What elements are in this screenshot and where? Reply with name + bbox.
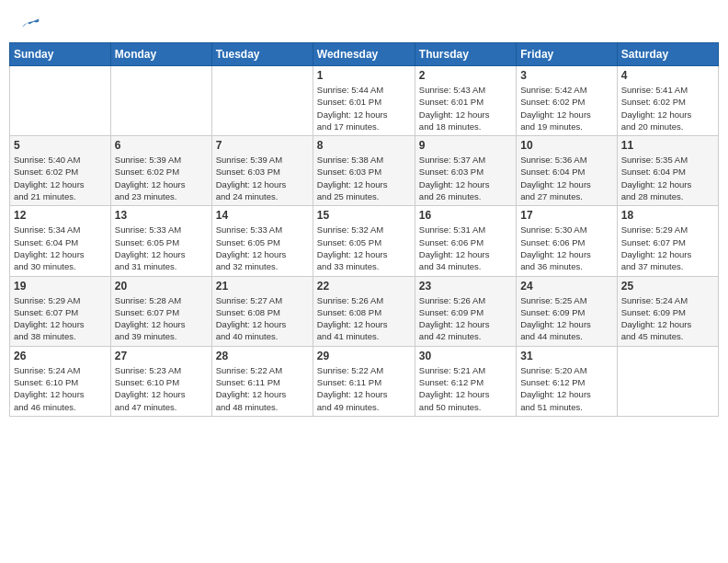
- day-info: Sunrise: 5:32 AM Sunset: 6:05 PM Dayligh…: [317, 224, 411, 272]
- day-number: 11: [621, 139, 714, 152]
- day-number: 19: [14, 280, 107, 293]
- day-info: Sunrise: 5:29 AM Sunset: 6:07 PM Dayligh…: [621, 224, 714, 272]
- calendar-cell: 3Sunrise: 5:42 AM Sunset: 6:02 PM Daylig…: [517, 66, 617, 136]
- calendar-cell: 4Sunrise: 5:41 AM Sunset: 6:02 PM Daylig…: [617, 66, 718, 136]
- calendar-cell: [211, 66, 313, 136]
- day-number: 10: [520, 139, 612, 152]
- day-info: Sunrise: 5:20 AM Sunset: 6:12 PM Dayligh…: [520, 364, 612, 413]
- calendar-cell: 8Sunrise: 5:38 AM Sunset: 6:03 PM Daylig…: [313, 136, 415, 206]
- calendar-cell: 1Sunrise: 5:44 AM Sunset: 6:01 PM Daylig…: [313, 66, 415, 136]
- weekday-header-monday: Monday: [110, 43, 211, 66]
- day-number: 20: [115, 280, 208, 293]
- day-info: Sunrise: 5:35 AM Sunset: 6:04 PM Dayligh…: [621, 154, 714, 202]
- weekday-header-friday: Friday: [517, 43, 617, 66]
- day-number: 24: [520, 280, 612, 293]
- calendar-cell: 27Sunrise: 5:23 AM Sunset: 6:10 PM Dayli…: [110, 346, 211, 416]
- calendar-cell: 10Sunrise: 5:36 AM Sunset: 6:04 PM Dayli…: [517, 136, 617, 206]
- calendar-cell: 23Sunrise: 5:26 AM Sunset: 6:09 PM Dayli…: [415, 276, 516, 346]
- day-number: 15: [317, 209, 411, 222]
- day-number: 31: [520, 350, 612, 362]
- day-info: Sunrise: 5:24 AM Sunset: 6:10 PM Dayligh…: [14, 364, 107, 413]
- calendar-cell: 2Sunrise: 5:43 AM Sunset: 6:01 PM Daylig…: [415, 66, 516, 136]
- day-number: 25: [621, 280, 714, 293]
- day-info: Sunrise: 5:43 AM Sunset: 6:01 PM Dayligh…: [419, 84, 512, 132]
- day-number: 1: [317, 69, 411, 82]
- weekday-header-wednesday: Wednesday: [313, 43, 415, 66]
- calendar-cell: 21Sunrise: 5:27 AM Sunset: 6:08 PM Dayli…: [211, 276, 313, 346]
- weekday-header-saturday: Saturday: [617, 43, 718, 66]
- day-number: 18: [621, 209, 714, 222]
- day-number: 7: [216, 139, 309, 152]
- day-info: Sunrise: 5:31 AM Sunset: 6:06 PM Dayligh…: [419, 224, 512, 272]
- day-number: 27: [115, 350, 208, 362]
- day-number: 4: [621, 69, 714, 82]
- calendar-week-1: 1Sunrise: 5:44 AM Sunset: 6:01 PM Daylig…: [10, 66, 719, 136]
- calendar-cell: 24Sunrise: 5:25 AM Sunset: 6:09 PM Dayli…: [517, 276, 617, 346]
- day-number: 17: [520, 209, 612, 222]
- day-info: Sunrise: 5:34 AM Sunset: 6:04 PM Dayligh…: [14, 224, 107, 272]
- calendar-cell: 11Sunrise: 5:35 AM Sunset: 6:04 PM Dayli…: [617, 136, 718, 206]
- day-number: 14: [216, 209, 309, 222]
- day-info: Sunrise: 5:39 AM Sunset: 6:02 PM Dayligh…: [115, 154, 208, 202]
- day-info: Sunrise: 5:23 AM Sunset: 6:10 PM Dayligh…: [115, 364, 208, 413]
- calendar-cell: 13Sunrise: 5:33 AM Sunset: 6:05 PM Dayli…: [110, 206, 211, 276]
- day-number: 16: [419, 209, 512, 222]
- calendar-header-row: SundayMondayTuesdayWednesdayThursdayFrid…: [10, 43, 719, 66]
- calendar-cell: 16Sunrise: 5:31 AM Sunset: 6:06 PM Dayli…: [415, 206, 516, 276]
- day-number: 6: [115, 139, 208, 152]
- logo-bird-icon: [20, 17, 40, 35]
- day-info: Sunrise: 5:38 AM Sunset: 6:03 PM Dayligh…: [317, 154, 411, 202]
- day-info: Sunrise: 5:39 AM Sunset: 6:03 PM Dayligh…: [216, 154, 309, 202]
- calendar-cell: 7Sunrise: 5:39 AM Sunset: 6:03 PM Daylig…: [211, 136, 313, 206]
- day-info: Sunrise: 5:22 AM Sunset: 6:11 PM Dayligh…: [216, 364, 309, 413]
- weekday-header-thursday: Thursday: [415, 43, 516, 66]
- calendar-cell: 6Sunrise: 5:39 AM Sunset: 6:02 PM Daylig…: [110, 136, 211, 206]
- calendar-cell: 26Sunrise: 5:24 AM Sunset: 6:10 PM Dayli…: [10, 346, 111, 416]
- day-number: 5: [14, 139, 107, 152]
- calendar-cell: 30Sunrise: 5:21 AM Sunset: 6:12 PM Dayli…: [415, 346, 516, 416]
- calendar-table: SundayMondayTuesdayWednesdayThursdayFrid…: [9, 42, 719, 417]
- day-info: Sunrise: 5:26 AM Sunset: 6:08 PM Dayligh…: [317, 294, 411, 343]
- calendar-week-3: 12Sunrise: 5:34 AM Sunset: 6:04 PM Dayli…: [10, 206, 719, 276]
- day-info: Sunrise: 5:40 AM Sunset: 6:02 PM Dayligh…: [14, 154, 107, 202]
- day-info: Sunrise: 5:24 AM Sunset: 6:09 PM Dayligh…: [621, 294, 714, 343]
- day-number: 28: [216, 350, 309, 362]
- day-info: Sunrise: 5:30 AM Sunset: 6:06 PM Dayligh…: [520, 224, 612, 272]
- calendar-cell: 28Sunrise: 5:22 AM Sunset: 6:11 PM Dayli…: [211, 346, 313, 416]
- day-info: Sunrise: 5:29 AM Sunset: 6:07 PM Dayligh…: [14, 294, 107, 343]
- weekday-header-tuesday: Tuesday: [211, 43, 313, 66]
- day-info: Sunrise: 5:25 AM Sunset: 6:09 PM Dayligh…: [520, 294, 612, 343]
- day-number: 23: [419, 280, 512, 293]
- day-info: Sunrise: 5:33 AM Sunset: 6:05 PM Dayligh…: [216, 224, 309, 272]
- day-info: Sunrise: 5:37 AM Sunset: 6:03 PM Dayligh…: [419, 154, 512, 202]
- calendar-cell: 12Sunrise: 5:34 AM Sunset: 6:04 PM Dayli…: [10, 206, 111, 276]
- day-info: Sunrise: 5:21 AM Sunset: 6:12 PM Dayligh…: [419, 364, 512, 413]
- day-number: 26: [14, 350, 107, 362]
- calendar-cell: 14Sunrise: 5:33 AM Sunset: 6:05 PM Dayli…: [211, 206, 313, 276]
- day-info: Sunrise: 5:44 AM Sunset: 6:01 PM Dayligh…: [317, 84, 411, 132]
- logo: [18, 17, 40, 35]
- day-info: Sunrise: 5:22 AM Sunset: 6:11 PM Dayligh…: [317, 364, 411, 413]
- calendar-cell: 17Sunrise: 5:30 AM Sunset: 6:06 PM Dayli…: [517, 206, 617, 276]
- day-number: 8: [317, 139, 411, 152]
- weekday-header-sunday: Sunday: [10, 43, 111, 66]
- calendar-week-5: 26Sunrise: 5:24 AM Sunset: 6:10 PM Dayli…: [10, 346, 719, 416]
- calendar-cell: [617, 346, 718, 416]
- day-info: Sunrise: 5:33 AM Sunset: 6:05 PM Dayligh…: [115, 224, 208, 272]
- page-header: [9, 9, 719, 39]
- calendar-cell: 20Sunrise: 5:28 AM Sunset: 6:07 PM Dayli…: [110, 276, 211, 346]
- day-number: 3: [520, 69, 612, 82]
- calendar-cell: 9Sunrise: 5:37 AM Sunset: 6:03 PM Daylig…: [415, 136, 516, 206]
- calendar-cell: 18Sunrise: 5:29 AM Sunset: 6:07 PM Dayli…: [617, 206, 718, 276]
- calendar-cell: 22Sunrise: 5:26 AM Sunset: 6:08 PM Dayli…: [313, 276, 415, 346]
- calendar-cell: 31Sunrise: 5:20 AM Sunset: 6:12 PM Dayli…: [517, 346, 617, 416]
- day-number: 22: [317, 280, 411, 293]
- day-number: 2: [419, 69, 512, 82]
- day-number: 12: [14, 209, 107, 222]
- calendar-cell: [110, 66, 211, 136]
- day-number: 9: [419, 139, 512, 152]
- day-info: Sunrise: 5:42 AM Sunset: 6:02 PM Dayligh…: [520, 84, 612, 132]
- calendar-week-2: 5Sunrise: 5:40 AM Sunset: 6:02 PM Daylig…: [10, 136, 719, 206]
- calendar-cell: 25Sunrise: 5:24 AM Sunset: 6:09 PM Dayli…: [617, 276, 718, 346]
- calendar-cell: 15Sunrise: 5:32 AM Sunset: 6:05 PM Dayli…: [313, 206, 415, 276]
